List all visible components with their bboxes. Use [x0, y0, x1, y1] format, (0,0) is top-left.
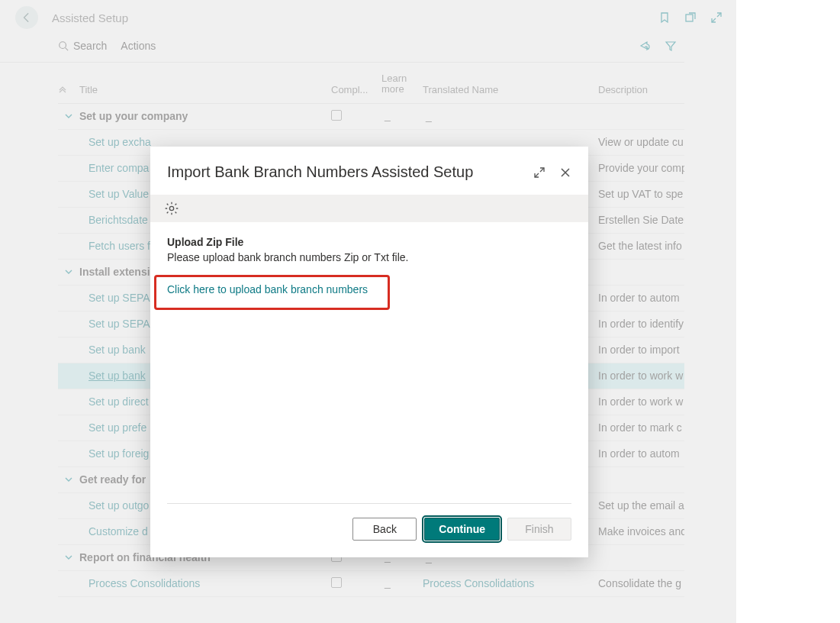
import-bank-branch-modal: Import Bank Branch Numbers Assisted Setu… [150, 147, 588, 557]
modal-toolbar [150, 195, 588, 222]
modal-footer: Back Continue Finish [167, 503, 571, 557]
finish-button: Finish [507, 518, 571, 541]
upload-section-text: Please upload bank branch numbers Zip or… [167, 251, 571, 263]
back-button[interactable]: Back [352, 518, 417, 541]
modal-expand-icon[interactable] [533, 166, 546, 179]
svg-point-2 [169, 206, 173, 210]
gear-icon[interactable] [164, 201, 179, 216]
modal-body: Upload Zip File Please upload bank branc… [150, 222, 588, 503]
modal-header: Import Bank Branch Numbers Assisted Setu… [150, 147, 588, 195]
upload-link[interactable]: Click here to upload bank branch numbers [167, 283, 368, 295]
continue-button[interactable]: Continue [424, 518, 500, 541]
right-gutter [736, 0, 840, 623]
upload-section-title: Upload Zip File [167, 236, 571, 248]
close-icon[interactable] [559, 166, 571, 179]
modal-title: Import Bank Branch Numbers Assisted Setu… [167, 163, 473, 181]
